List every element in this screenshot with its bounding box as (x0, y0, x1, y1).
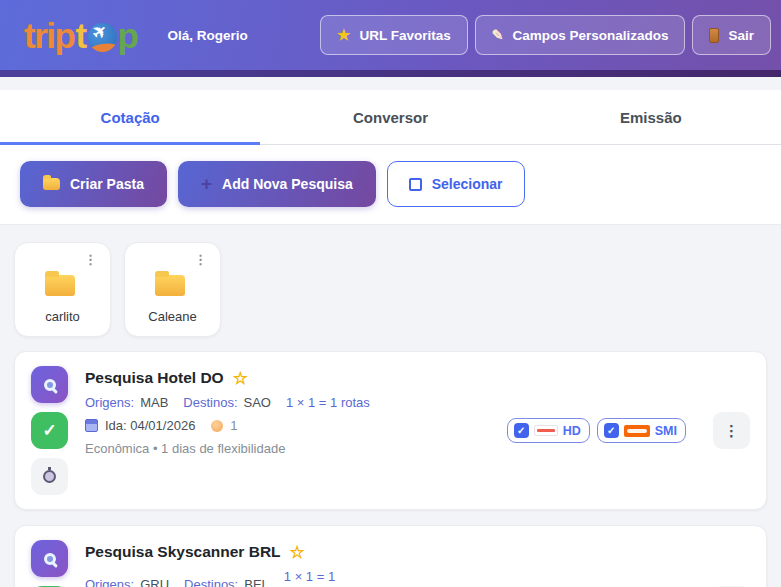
stopwatch-glyph (43, 470, 56, 483)
routes-summary: 1 × 1 = 1 rotas (286, 395, 370, 410)
tab-cotacao[interactable]: Cotação (0, 90, 260, 145)
folder-name: carlito (45, 309, 80, 324)
smiles-logo (624, 425, 650, 437)
checkbox-checked-icon[interactable]: ✓ (514, 423, 529, 438)
checkbox-checked-icon[interactable]: ✓ (604, 423, 619, 438)
kebab-glyph: ⋮ (724, 422, 739, 440)
selecionar-label: Selecionar (432, 176, 503, 192)
folder-card-carlito[interactable]: ⋮ carlito (14, 242, 111, 337)
search-title: Pesquisa Skyscanner BRL (85, 543, 281, 561)
card-body: Pesquisa Skyscanner BRL ☆ Origens: GRU D… (85, 540, 356, 587)
search-details: Econômica • 1 dias de flexibilidade (85, 441, 507, 456)
destinations-label: Destinos: (184, 577, 238, 587)
check-icon: ✓ (31, 412, 68, 449)
card-status-icons: ✓ (31, 366, 68, 495)
passenger-count: 1 (230, 418, 237, 433)
check-glyph: ✓ (517, 425, 525, 436)
stopwatch-icon (31, 458, 68, 495)
destinations-label: Destinos: (183, 395, 237, 410)
favorite-star-icon[interactable]: ☆ (233, 370, 248, 387)
destinations-value: SAO (244, 395, 271, 410)
card-title-row: Pesquisa Hotel DO ☆ (85, 369, 507, 387)
route-meta-row: Origens: MAB Destinos: SAO 1 × 1 = 1 rot… (85, 395, 507, 410)
tab-conversor[interactable]: Conversor (260, 90, 520, 145)
origins-value: GRU (140, 577, 169, 587)
check-glyph: ✓ (42, 420, 56, 441)
folder-icon (155, 275, 185, 296)
folder-name: Caleane (148, 309, 196, 324)
logo-text-p: p (118, 18, 138, 53)
add-nova-pesquisa-label: Add Nova Pesquisa (222, 176, 353, 192)
origins-value: MAB (140, 395, 168, 410)
checkbox-empty-icon (409, 178, 422, 191)
provider-chips: ✓ HD ✓ SMI (507, 418, 686, 443)
folder-icon (43, 178, 60, 190)
plane-globe-icon: ✈ (88, 23, 117, 52)
folder-menu-button[interactable]: ⋮ (194, 252, 207, 267)
tab-emissao[interactable]: Emissão (521, 90, 781, 145)
sair-label: Sair (728, 28, 754, 43)
search-card-skyscanner-brl[interactable]: ✓ Pesquisa Skyscanner BRL ☆ Origens: GRU… (14, 525, 767, 587)
user-greeting: Olá, Rogerio (167, 28, 247, 43)
logo-text-t: t (75, 18, 85, 53)
magnifier-icon (44, 379, 56, 391)
check-glyph: ✓ (607, 425, 615, 436)
campos-personalizados-label: Campos Personalizados (512, 28, 668, 43)
origins-label: Origens: (85, 577, 134, 587)
folder-card-caleane[interactable]: ⋮ Caleane (124, 242, 221, 337)
url-favoritas-label: URL Favoritas (359, 28, 450, 43)
provider-chip-hd[interactable]: ✓ HD (507, 418, 590, 443)
search-title: Pesquisa Hotel DO (85, 369, 224, 387)
folders-row: ⋮ carlito ⋮ Caleane (14, 242, 767, 337)
add-nova-pesquisa-button[interactable]: + Add Nova Pesquisa (178, 161, 376, 207)
card-body: Pesquisa Hotel DO ☆ Origens: MAB Destino… (85, 366, 507, 495)
provider-code: HD (563, 424, 581, 438)
routes-summary: 1 × 1 = 1 rotas (284, 569, 356, 587)
provider-chip-smi[interactable]: ✓ SMI (597, 418, 686, 443)
search-icon (31, 366, 68, 403)
criar-pasta-label: Criar Pasta (70, 176, 144, 192)
criar-pasta-button[interactable]: Criar Pasta (20, 161, 167, 207)
hoteldo-logo (534, 425, 558, 436)
star-icon: ★ (337, 26, 350, 44)
header-actions: ★ URL Favoritas ✎ Campos Personalizados … (320, 15, 771, 55)
content-area: ⋮ carlito ⋮ Caleane ✓ Pesquisa Hotel DO … (0, 225, 781, 587)
card-status-icons: ✓ (31, 540, 68, 587)
magnifier-icon (44, 553, 56, 565)
door-exit-icon (709, 28, 719, 43)
search-card-hotel-do[interactable]: ✓ Pesquisa Hotel DO ☆ Origens: MAB Desti… (14, 351, 767, 510)
calendar-icon (85, 419, 98, 432)
campos-personalizados-button[interactable]: ✎ Campos Personalizados (475, 15, 686, 55)
folder-menu-button[interactable]: ⋮ (84, 252, 97, 267)
search-icon (31, 540, 68, 577)
logo-text-trip: trip (24, 18, 74, 53)
provider-code: SMI (655, 424, 677, 438)
plane-icon: ✈ (89, 23, 110, 43)
selecionar-button[interactable]: Selecionar (387, 161, 525, 207)
route-meta-row: Origens: GRU Destinos: BEL 1 × 1 = 1 rot… (85, 569, 356, 587)
card-menu-button[interactable]: ⋮ (713, 412, 750, 449)
departure-row: Ida: 04/01/2026 1 (85, 418, 507, 433)
triptop-logo: trip t ✈ p (24, 18, 137, 53)
card-right-controls: ✓ HD ✓ SMI ⋮ (507, 412, 750, 449)
actions-toolbar: Criar Pasta + Add Nova Pesquisa Selecion… (0, 145, 781, 225)
favorite-star-icon[interactable]: ☆ (290, 544, 305, 561)
destinations-value: BEL (244, 577, 269, 587)
triptop-app: trip t ✈ p Olá, Rogerio ★ URL Favoritas … (0, 0, 781, 587)
plus-icon: + (201, 173, 212, 195)
main-tabs: Cotação Conversor Emissão (0, 90, 781, 145)
app-header: trip t ✈ p Olá, Rogerio ★ URL Favoritas … (0, 0, 781, 70)
departure-date: Ida: 04/01/2026 (105, 418, 195, 433)
sair-button[interactable]: Sair (692, 15, 771, 55)
origins-label: Origens: (85, 395, 134, 410)
card-title-row: Pesquisa Skyscanner BRL ☆ (85, 543, 356, 561)
passenger-icon (211, 420, 223, 432)
header-bottom-strip (0, 70, 781, 77)
url-favoritas-button[interactable]: ★ URL Favoritas (320, 15, 468, 55)
memo-icon: ✎ (492, 27, 504, 43)
folder-icon (45, 275, 75, 296)
